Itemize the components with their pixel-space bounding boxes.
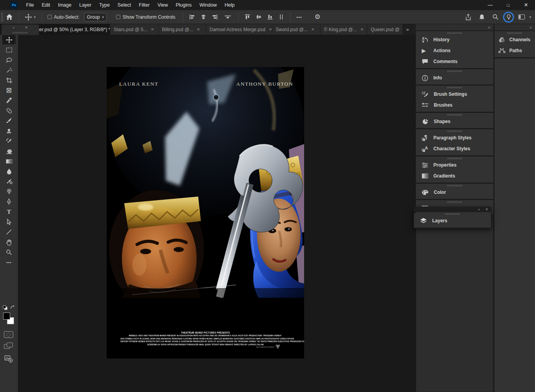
spot-healing-brush-tool[interactable]	[0, 105, 18, 116]
panel-tab-info[interactable]: Info	[416, 72, 493, 83]
foreground-background-swatches[interactable]	[2, 312, 18, 326]
discover-lightbulb-button[interactable]	[503, 12, 514, 23]
path-selection-tool[interactable]	[0, 217, 18, 227]
dodge-tool[interactable]	[0, 186, 18, 197]
panel-tab-comments[interactable]: Comments	[416, 56, 493, 67]
close-button[interactable]: ✕	[517, 0, 535, 10]
rectangular-marquee-tool[interactable]	[0, 45, 18, 55]
menu-file[interactable]: File	[22, 0, 38, 10]
drag-handle[interactable]	[447, 32, 462, 34]
screen-mode-button[interactable]	[4, 343, 13, 350]
close-panel-icon[interactable]: ✕	[485, 207, 488, 211]
tab-stars[interactable]: Stars.psd @ 5... ✕	[110, 24, 158, 35]
foreground-color-swatch[interactable]	[3, 313, 10, 320]
panel-tab-layers[interactable]: Layers	[414, 215, 491, 226]
tab-billing[interactable]: Billing.psd @... ✕	[158, 24, 206, 35]
maximize-button[interactable]: □	[499, 0, 517, 10]
tab-close-icon[interactable]: ✕	[311, 27, 314, 32]
gear-icon[interactable]: ⚙	[312, 12, 323, 23]
align-horizontal-centers-button[interactable]	[198, 12, 209, 23]
expand-icon[interactable]: »	[13, 26, 15, 30]
panel-tab-history[interactable]: History	[416, 34, 493, 45]
panel-tab-paths[interactable]: Paths	[495, 45, 535, 56]
menu-help[interactable]: Help	[221, 0, 239, 10]
menu-window[interactable]: Window	[195, 0, 220, 10]
panel-tab-paragraph-styles[interactable]: Paragraph Styles	[416, 132, 493, 143]
panel-tab-color[interactable]: Color	[416, 187, 493, 198]
distribute-vertical-button[interactable]	[276, 12, 287, 23]
show-transform-checkbox[interactable]	[116, 15, 120, 19]
menu-filter[interactable]: Filter	[135, 0, 154, 10]
drag-handle[interactable]	[447, 70, 462, 72]
auto-select-checkbox[interactable]	[48, 15, 52, 19]
chevron-down-icon[interactable]: ▾	[34, 15, 36, 19]
more-options-icon[interactable]: •••	[294, 12, 305, 23]
collapse-dock-icon[interactable]: «	[488, 25, 490, 30]
collapse-dock-icon[interactable]: «	[530, 25, 532, 30]
panel-tab-gradients[interactable]: Gradients	[416, 171, 493, 181]
clone-stamp-tool[interactable]	[0, 126, 18, 136]
blur-tool[interactable]	[0, 166, 18, 176]
tab-queen[interactable]: Queen.psd @	[367, 24, 403, 35]
edit-toolbar-icon[interactable]: •••	[0, 257, 18, 267]
tab-sword[interactable]: Sword.psd @... ✕	[272, 24, 320, 35]
collapse-panel-icon[interactable]: »	[478, 207, 480, 211]
align-left-edges-button[interactable]	[187, 12, 198, 23]
align-top-edges-button[interactable]	[242, 12, 253, 23]
gradient-tool[interactable]	[0, 156, 18, 166]
move-tool-preset[interactable]: ▾	[22, 12, 39, 23]
drag-handle[interactable]	[447, 87, 462, 88]
line-tool[interactable]	[0, 227, 18, 237]
chevron-down-icon[interactable]: ▾	[529, 15, 531, 19]
tab-overflow-icon[interactable]: »	[403, 24, 412, 35]
brush-tool[interactable]	[0, 116, 18, 126]
align-bottom-edges-button[interactable]	[264, 12, 276, 23]
menu-image[interactable]: Image	[54, 0, 76, 10]
tab-close-icon[interactable]: ✕	[151, 27, 154, 32]
share-icon[interactable]	[462, 12, 474, 23]
swap-colors-icon[interactable]	[10, 305, 15, 310]
drag-handle[interactable]	[447, 158, 462, 159]
default-colors-icon[interactable]	[3, 305, 8, 310]
eyedropper-tool[interactable]	[0, 95, 18, 105]
workspace-switcher-icon[interactable]	[516, 12, 528, 23]
menu-plugins[interactable]: Plugins	[172, 0, 195, 10]
hand-tool[interactable]	[0, 237, 18, 247]
drag-handle[interactable]	[447, 201, 462, 203]
panel-tab-actions[interactable]: ▶ Actions	[416, 45, 493, 56]
quick-mask-button[interactable]	[4, 331, 13, 338]
menu-select[interactable]: Select	[114, 0, 135, 10]
auto-select-target-dropdown[interactable]: Group ▾	[84, 13, 107, 21]
drag-handle[interactable]	[507, 32, 522, 34]
align-vertical-centers-button[interactable]	[253, 12, 264, 23]
minimize-button[interactable]: —	[481, 0, 499, 10]
crop-tool[interactable]	[0, 75, 18, 85]
move-tool[interactable]	[0, 35, 18, 45]
home-button[interactable]	[3, 12, 16, 23]
menu-layer[interactable]: Layer	[75, 0, 95, 10]
align-right-edges-button[interactable]	[209, 12, 220, 23]
panel-tab-channels[interactable]: Channels	[495, 34, 535, 45]
panel-tab-brush-settings[interactable]: Brush Settings	[416, 89, 493, 100]
panel-tab-properties[interactable]: Properties	[416, 160, 493, 171]
pen-tool[interactable]	[0, 197, 18, 207]
tab-king[interactable]: © King.psd @... ✕	[320, 24, 367, 35]
panel-tab-shapes[interactable]: Shapes	[416, 116, 493, 127]
lasso-tool[interactable]	[0, 55, 18, 65]
history-brush-tool[interactable]	[0, 136, 18, 146]
drag-handle[interactable]	[13, 32, 28, 33]
zoom-tool[interactable]	[0, 247, 18, 257]
drag-handle[interactable]	[445, 213, 460, 215]
distribute-horizontal-button[interactable]	[220, 12, 235, 23]
close-icon[interactable]: ✕	[25, 26, 28, 30]
drag-handle[interactable]	[447, 185, 462, 186]
eraser-tool[interactable]	[0, 146, 18, 156]
menu-view[interactable]: View	[153, 0, 172, 10]
edit-in-express-icon[interactable]	[4, 355, 13, 363]
drag-handle[interactable]	[447, 130, 462, 132]
menu-type[interactable]: Type	[95, 0, 114, 10]
notifications-bell-icon[interactable]	[476, 12, 488, 23]
smudge-tool[interactable]	[0, 176, 18, 186]
tab-close-icon[interactable]: ✕	[360, 27, 363, 32]
search-icon[interactable]	[489, 12, 502, 23]
